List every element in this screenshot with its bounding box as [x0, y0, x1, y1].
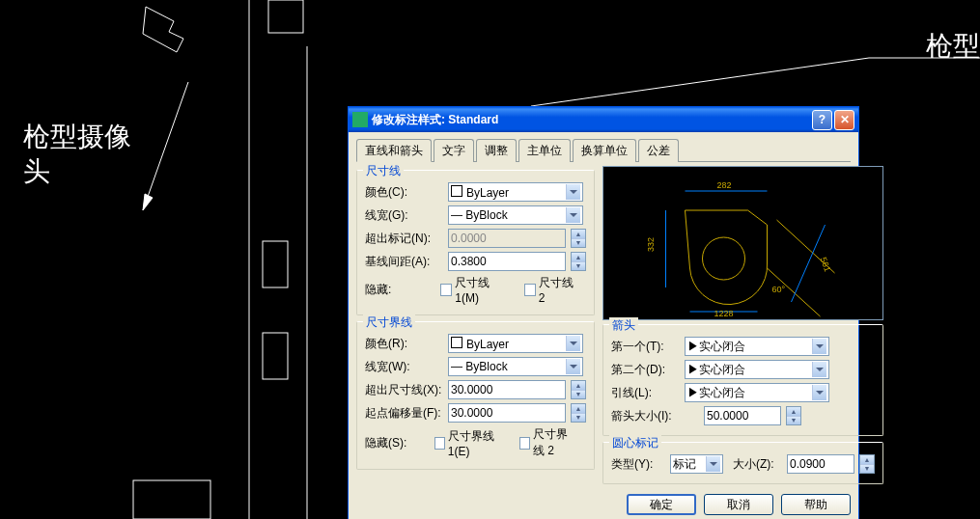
extline-extend-label: 超出尺寸线(X):: [365, 382, 442, 398]
cad-label-right: 枪型: [926, 29, 980, 64]
dimline-lw-label: 线宽(G):: [365, 207, 442, 224]
tab-lines-arrows[interactable]: 直线和箭头: [356, 139, 432, 162]
group-title: 尺寸界线: [363, 314, 415, 331]
spinner[interactable]: ▲▼: [571, 229, 586, 248]
tab-tolerance[interactable]: 公差: [638, 139, 679, 162]
group-extension-line: 尺寸界线 颜色(R): ByLayer 线宽(W): — ByBlock: [356, 321, 595, 470]
arrow-size-input[interactable]: 50.0000: [704, 406, 781, 425]
spinner[interactable]: ▲▼: [571, 380, 586, 399]
extline-extend-input[interactable]: 30.0000: [448, 380, 566, 399]
dimline-color-label: 颜色(C):: [365, 184, 442, 201]
svg-line-8: [531, 58, 869, 106]
dropdown-arrow-icon: [812, 362, 826, 377]
dimline-hide-label: 隐藏:: [365, 282, 434, 298]
titlebar-close-button[interactable]: ✕: [834, 110, 854, 130]
extline-lw-label: 线宽(W):: [365, 359, 442, 375]
extline-hide-label: 隐藏(S):: [365, 435, 429, 451]
center-type-label: 类型(Y):: [611, 456, 664, 473]
ok-button[interactable]: 确定: [627, 494, 696, 515]
svg-rect-6: [263, 333, 288, 379]
extline-color-label: 颜色(R):: [365, 336, 442, 352]
arrow-leader-label: 引线(L):: [611, 385, 679, 401]
tab-strip: 直线和箭头 文字 调整 主单位 换算单位 公差: [356, 138, 851, 162]
dropdown-arrow-icon: [566, 359, 580, 374]
cad-label-left: 枪型摄像 头: [23, 120, 131, 190]
group-title: 圆心标记: [609, 435, 661, 451]
dimline-color-combo[interactable]: ByLayer: [448, 182, 583, 202]
dimline-hide2-checkbox[interactable]: 尺寸线 2: [524, 275, 578, 305]
extline-hide2-checkbox[interactable]: 尺寸界线 2: [519, 426, 578, 459]
group-arrows: 箭头 第一个(T): ▶实心闭合 第二个(D): ▶实心闭合: [602, 324, 883, 436]
dimline-lw-combo[interactable]: — ByBlock: [448, 205, 583, 225]
cancel-button[interactable]: 取消: [704, 494, 773, 515]
dimline-baseline-label: 基线间距(A):: [365, 254, 442, 270]
svg-rect-0: [268, 0, 303, 33]
dropdown-arrow-icon: [812, 339, 826, 354]
arrow-leader-combo[interactable]: ▶实心闭合: [685, 383, 829, 402]
help-button[interactable]: 帮助: [781, 494, 851, 515]
dimline-extend-input: 0.0000: [448, 229, 566, 248]
svg-line-3: [143, 82, 188, 210]
spinner[interactable]: ▲▼: [571, 252, 586, 271]
app-icon: [352, 112, 368, 127]
center-size-input[interactable]: 0.0900: [787, 454, 854, 474]
group-center-mark: 圆心标记 类型(Y): 标记 大小(Z): 0.0900 ▲▼: [602, 442, 883, 484]
center-size-label: 大小(Z):: [733, 456, 781, 473]
dimline-hide1-checkbox[interactable]: 尺寸线 1(M): [440, 275, 510, 305]
group-title: 箭头: [609, 317, 638, 334]
svg-text:1228: 1228: [714, 309, 734, 318]
extline-color-combo[interactable]: ByLayer: [448, 334, 583, 353]
tab-fit[interactable]: 调整: [476, 139, 517, 162]
svg-point-10: [703, 237, 745, 280]
extline-offset-input[interactable]: 30.0000: [448, 403, 566, 423]
svg-rect-7: [133, 480, 210, 519]
titlebar-help-button[interactable]: ?: [812, 110, 832, 130]
tab-text[interactable]: 文字: [434, 139, 474, 162]
extline-lw-combo[interactable]: — ByBlock: [448, 357, 583, 376]
svg-text:561: 561: [819, 256, 833, 273]
spinner[interactable]: ▲▼: [786, 406, 801, 425]
dropdown-arrow-icon: [566, 207, 580, 223]
dimline-baseline-input[interactable]: 0.3800: [448, 252, 566, 271]
group-title: 尺寸线: [363, 163, 404, 179]
dropdown-arrow-icon: [566, 184, 580, 200]
preview-panel: 282 332 561 60° 1228: [602, 166, 883, 320]
arrow-second-combo[interactable]: ▶实心闭合: [685, 360, 829, 379]
tab-alternate[interactable]: 换算单位: [573, 139, 636, 162]
extline-offset-label: 起点偏移量(F):: [365, 405, 442, 422]
center-type-combo[interactable]: 标记: [670, 454, 723, 474]
dimension-style-dialog: 修改标注样式: Standard ? ✕ 直线和箭头 文字 调整 主单位 换算单…: [348, 106, 859, 519]
svg-rect-5: [263, 241, 288, 287]
dropdown-arrow-icon: [812, 385, 826, 400]
dropdown-arrow-icon: [706, 456, 720, 472]
svg-text:282: 282: [717, 180, 732, 190]
svg-text:60°: 60°: [772, 285, 786, 294]
group-dimension-line: 尺寸线 颜色(C): ByLayer 线宽(G): — ByBlock: [356, 170, 595, 315]
extline-hide1-checkbox[interactable]: 尺寸界线 1(E): [434, 428, 506, 458]
dimline-extend-label: 超出标记(N):: [365, 231, 442, 247]
spinner[interactable]: ▲▼: [859, 454, 875, 474]
dropdown-arrow-icon: [566, 336, 580, 351]
arrow-first-combo[interactable]: ▶实心闭合: [685, 337, 829, 356]
button-bar: 确定 取消 帮助: [356, 494, 851, 515]
arrow-second-label: 第二个(D):: [611, 362, 679, 378]
titlebar[interactable]: 修改标注样式: Standard ? ✕: [349, 107, 858, 132]
tab-primary[interactable]: 主单位: [518, 139, 571, 162]
arrow-first-label: 第一个(T):: [611, 339, 679, 355]
arrow-size-label: 箭头大小(I):: [611, 408, 698, 424]
spinner[interactable]: ▲▼: [571, 403, 586, 423]
svg-text:332: 332: [646, 237, 656, 252]
dialog-title: 修改标注样式: Standard: [372, 112, 810, 128]
svg-marker-4: [143, 194, 153, 210]
